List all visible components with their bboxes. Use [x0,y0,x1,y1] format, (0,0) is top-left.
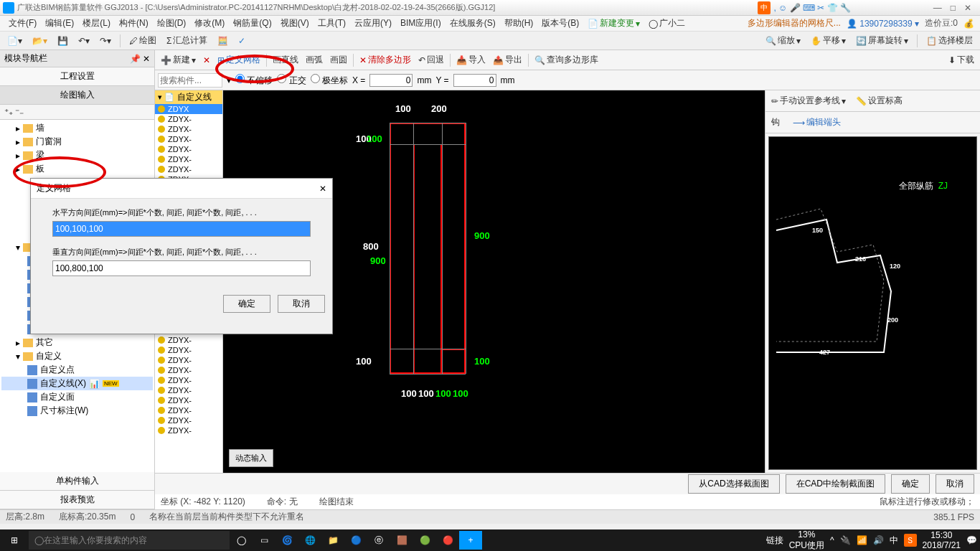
cancel-button[interactable]: 取消 [936,474,974,494]
user-button[interactable]: ◯ 广小二 [646,16,688,31]
menu-view[interactable]: 视图(V) [278,16,312,31]
search-clear-icon[interactable]: ▾ [227,75,231,85]
ie-icon[interactable]: ⓔ [367,531,390,550]
list-item[interactable]: ZDYX- [155,154,222,164]
cpu-widget[interactable]: 13%CPU使用 [789,529,824,552]
edge-icon[interactable]: 🌐 [298,531,321,550]
menu-floor[interactable]: 楼层(L) [80,16,113,31]
menu-modify[interactable]: 修改(M) [192,16,227,31]
nooffset-radio[interactable]: 不偏移 [235,74,273,87]
bjdt-button[interactable]: ⟶ 编辑端头 [790,115,844,130]
calc-icon[interactable]: 🧮 [215,34,231,47]
zoom-button[interactable]: 🔍 缩放 ▾ [763,33,804,48]
wifi-icon[interactable]: 📶 [857,535,867,545]
notification-icon[interactable]: 💬 [966,535,977,545]
list-item[interactable]: ZDYX- [155,134,222,144]
draw-button[interactable]: 🖊 绘图 [126,33,159,48]
power-icon[interactable]: 🔌 [840,535,851,545]
tree-beam[interactable]: ▸ 梁 [1,149,153,162]
arc-button[interactable]: 画弧 [303,52,326,67]
tab-htsr[interactable]: 绘图输入 [0,86,154,105]
query-button[interactable]: 🔍 查询多边形库 [532,52,601,67]
menu-tool[interactable]: 工具(T) [315,16,349,31]
h-spacing-input[interactable] [52,221,311,237]
credits-icon[interactable]: 💰 [963,19,974,29]
list-item[interactable]: ZDYX- [155,385,222,395]
credits-label[interactable]: 造价豆:0 [925,17,958,29]
tab-dgj[interactable]: 单构件输入 [0,472,154,491]
pan-button[interactable]: ✋ 平移 ▾ [808,33,849,48]
sumcalc-button[interactable]: Σ 汇总计算 [164,33,210,48]
dialog-close-icon[interactable]: ✕ [319,184,326,194]
close-button[interactable]: ✕ [964,3,971,13]
list-item[interactable]: ZDYX- [155,164,222,174]
list-item[interactable]: ZDYX- [155,345,222,355]
download-button[interactable]: ⬇ 下载 [946,52,977,67]
list-item[interactable]: ZDYX- [155,425,222,435]
menu-cloud[interactable]: 云应用(Y) [352,16,395,31]
list-item[interactable]: ZDYX- [155,375,222,385]
open-icon[interactable]: 📂▾ [29,34,50,47]
new-icon[interactable]: 📄▾ [4,34,25,47]
list-item[interactable]: ZDYX- [155,365,222,375]
list-item[interactable]: ZDYX [155,104,222,114]
ime-toolbar[interactable]: 中 , ☺ 🎤 ⌨ ✂ 👕 🔧 [758,1,851,14]
collapse-icon[interactable]: ⁻₋ [15,107,24,117]
delete-icon[interactable]: ✕ [200,54,213,67]
tree-custom[interactable]: ▾ 自定义 [1,349,153,363]
taskbar-search[interactable]: ◯ 在这里输入你要搜索的内容 [29,531,230,550]
app5-icon[interactable]: 🔴 [436,531,459,550]
ime-extra-icons[interactable]: , ☺ 🎤 ⌨ ✂ 👕 🔧 [773,3,851,13]
expand-icon[interactable]: ⁺₊ [4,107,13,117]
app3-icon[interactable]: 🟫 [390,531,413,550]
new-button[interactable]: ➕新建 ▾ [158,52,199,67]
menu-help[interactable]: 帮助(H) [501,16,537,31]
dialog-ok-button[interactable]: 确定 [223,295,270,313]
import-button[interactable]: 📥 导入 [453,52,489,67]
ime-tray-icon[interactable]: 中 [890,534,898,547]
maximize-button[interactable]: □ [951,3,956,13]
menu-draw[interactable]: 绘图(D) [154,16,189,31]
line-button[interactable]: 画直线 [270,52,301,67]
list-item[interactable]: ZDYX- [155,395,222,405]
new-change-button[interactable]: 📄新建变更 ▾ [585,16,643,31]
check-icon[interactable]: ✓ [235,34,248,47]
app6-icon[interactable]: + [459,531,482,550]
menu-online[interactable]: 在线服务(S) [447,16,499,31]
set-bj-button[interactable]: 📏 设置标高 [853,93,905,108]
search-input[interactable] [158,73,222,88]
app2-icon[interactable]: 🔵 [344,531,367,550]
ortho-radio[interactable]: 正交 [277,74,306,87]
tab-gcsz[interactable]: 工程设置 [0,67,154,86]
minimize-button[interactable]: — [933,3,942,13]
tree-zdyd[interactable]: 自定义点 [1,363,153,377]
x-input[interactable] [369,74,413,87]
save-icon[interactable]: 💾 [55,34,71,47]
section-canvas[interactable]: 全部纵筋 ZJ 150 216 120 200 427 [768,136,977,470]
explorer-icon[interactable]: 📁 [321,531,344,550]
sogou-tray-icon[interactable]: S [904,534,917,547]
cad-select-button[interactable]: 从CAD选择截面图 [688,474,779,494]
ok-button[interactable]: 确定 [891,474,930,494]
undo-icon[interactable]: ↶▾ [75,34,93,47]
tree-wall[interactable]: ▸ 墙 [1,121,153,135]
menu-component[interactable]: 构件(N) [116,16,151,31]
v-spacing-input[interactable] [52,260,311,276]
menu-rebar[interactable]: 钢筋量(Q) [230,16,274,31]
dialog-cancel-button[interactable]: 取消 [278,295,325,313]
tree-other[interactable]: ▸ 其它 [1,336,153,349]
menu-edit[interactable]: 编辑(E) [42,16,77,31]
polar-radio[interactable]: 极坐标 [311,74,348,87]
list-item[interactable]: ZDYX- [155,114,222,124]
tree-opening[interactable]: ▸ 门窗洞 [1,135,153,149]
clear-poly-button[interactable]: ✕ 清除多边形 [357,52,414,67]
dialog-titlebar[interactable]: 定义网格 ✕ [31,179,332,199]
cortana-icon[interactable]: ◯ [230,531,253,550]
pin-icon[interactable]: 📌 ✕ [130,54,150,64]
floor-select-button[interactable]: 📋 选择楼层 [923,33,976,48]
account-label[interactable]: 👤 13907298339 ▾ [847,19,919,29]
tree-zdyx[interactable]: 自定义线(X)📊NEW [1,377,153,390]
windows-taskbar[interactable]: ⊞ ◯ 在这里输入你要搜索的内容 ◯ ▭ 🌀 🌐 📁 🔵 ⓔ 🟫 🟢 🔴 + 链… [0,529,980,551]
cad-draw-button[interactable]: 在CAD中绘制截面图 [786,474,885,494]
manual-ref-button[interactable]: ✏ 手动设置参考线 ▾ [768,93,849,108]
